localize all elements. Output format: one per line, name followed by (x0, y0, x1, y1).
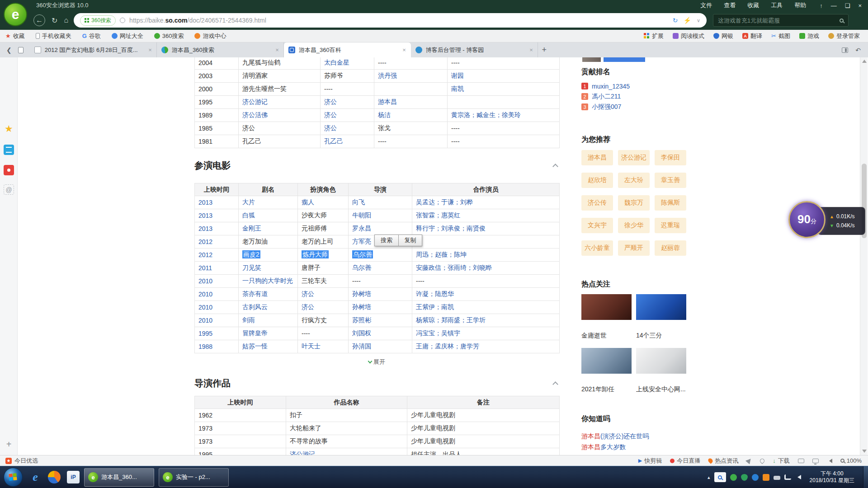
zoom-control[interactable]: 100% (840, 457, 862, 464)
hot-topic-item[interactable]: 金庸逝世 (581, 294, 632, 340)
close-tab-icon[interactable]: × (402, 47, 406, 53)
table-cell[interactable]: 孙清国 (349, 340, 412, 353)
recommend-tag[interactable]: 济公传 (581, 195, 613, 211)
hot-topic-image[interactable] (581, 348, 632, 374)
table-cell[interactable]: 金刚王 (239, 222, 298, 235)
table-cell[interactable]: 苏照彬 (349, 314, 412, 327)
collapse-icon[interactable] (552, 381, 558, 387)
table-cell[interactable]: 太白金星 (321, 57, 374, 70)
tray-expand-icon[interactable]: ▴ (708, 474, 710, 480)
popup-copy-button[interactable]: 复制 (398, 235, 422, 246)
live-button[interactable]: 今日直播 (670, 457, 700, 465)
table-cell[interactable]: 谢园 (448, 70, 560, 83)
table-cell[interactable]: 许凝；陆恩华 (412, 288, 560, 301)
recommend-tag[interactable]: 迟重瑞 (655, 218, 686, 233)
table-cell[interactable]: 济公 (298, 301, 349, 314)
collapse-icon[interactable] (552, 164, 558, 169)
taskbar-window-baike[interactable]: e游本昌_360... (84, 468, 154, 487)
download-button[interactable]: ↓下载 (773, 457, 790, 465)
table-cell[interactable]: 济公 (298, 288, 349, 301)
monitor-icon[interactable] (812, 459, 819, 463)
tab-baidu-movies[interactable]: 2012 国产玄幻电影 6月28日_百度...× (30, 42, 157, 57)
start-button[interactable] (4, 468, 23, 487)
search-icon[interactable] (840, 19, 844, 23)
table-cell[interactable]: 2013 (195, 209, 239, 222)
table-cell[interactable]: 2011 (195, 262, 239, 275)
table-cell[interactable]: 济公 (321, 96, 374, 109)
close-tab-icon[interactable]: × (275, 47, 279, 53)
menu-view[interactable]: 查看 (724, 1, 736, 9)
table-cell[interactable]: 张智霖；惠英红 (412, 209, 560, 222)
tray-360-icon[interactable] (730, 474, 737, 481)
toolbar-read-mode[interactable]: 阅读模式 (673, 32, 704, 40)
site-security-icon[interactable] (120, 18, 125, 23)
tab-blog-admin[interactable]: 博客后台管理 - 博客园× (411, 42, 538, 57)
hot-topic-item[interactable]: 上线安全中心网... (636, 348, 686, 394)
menu-help[interactable]: 帮助 (794, 1, 806, 9)
table-cell[interactable]: 南凯 (448, 83, 560, 96)
promo-search-input[interactable] (718, 17, 836, 24)
table-cell[interactable]: 孔乙己 (321, 135, 374, 148)
hot-topic-image[interactable] (636, 294, 686, 320)
hot-topic-item[interactable]: 14个三分 (636, 294, 686, 340)
tray-app-icon[interactable] (752, 474, 759, 481)
tab-360-baike-active[interactable]: 游本昌_360百科× (284, 42, 411, 57)
scroll-up-icon[interactable] (862, 60, 867, 63)
table-cell[interactable]: 杨紫琼；郑雨盛；王学圻 (412, 314, 560, 327)
toolbar-games[interactable]: 游戏 (799, 32, 819, 40)
table-cell[interactable]: 济公 (321, 122, 374, 135)
table-cell[interactable]: 罗永昌 (349, 222, 412, 235)
back-button[interactable]: ← (33, 14, 45, 26)
contributor-link[interactable]: 小抠强007 (592, 103, 621, 111)
table-cell[interactable]: 乌尔善 (349, 262, 412, 275)
hot-topic-item[interactable]: 2021年卸任 (581, 348, 632, 394)
recommend-tag[interactable]: 左大玢 (618, 173, 650, 188)
recommend-tag[interactable]: 章玉善 (655, 173, 686, 188)
vertical-scrollbar[interactable] (860, 57, 868, 455)
tray-security-icon[interactable] (741, 474, 748, 481)
side-panel-icon[interactable] (842, 47, 848, 53)
add-widget-icon[interactable]: + (4, 439, 14, 450)
hot-topic-image[interactable] (581, 294, 632, 320)
recommend-tag[interactable]: 六小龄童 (581, 240, 613, 256)
table-cell[interactable]: 2013 (195, 196, 239, 209)
speed-test-widget[interactable]: ▲0.01K/s ▼0.04K/s 90分 (788, 200, 868, 242)
recommend-tag[interactable]: 陈佩斯 (655, 195, 686, 211)
tab-scroll-left-icon[interactable]: ❮ (6, 47, 12, 54)
table-cell[interactable]: 安藤政信；张雨绮；刘晓晔 (412, 262, 560, 275)
table-cell[interactable]: 古刹风云 (239, 301, 298, 314)
at-widget-icon[interactable]: @ (4, 184, 14, 195)
scroll-down-icon[interactable] (862, 450, 867, 453)
ie-icon[interactable]: e (29, 471, 42, 483)
bookmark-favorites[interactable]: ★收藏 (5, 32, 25, 40)
table-cell[interactable]: 2013 (195, 222, 239, 235)
table-cell[interactable]: 刀见笑 (239, 262, 298, 275)
menu-favorites[interactable]: 收藏 (747, 1, 759, 9)
recommend-tag[interactable]: 严顺开 (618, 240, 650, 256)
close-tab-icon[interactable]: × (529, 47, 533, 53)
table-cell[interactable]: 济公游记 (286, 448, 407, 455)
table-cell[interactable]: 2010 (195, 288, 239, 301)
recommend-tag[interactable]: 魏宗万 (618, 195, 650, 211)
table-cell[interactable]: 一只狗的大学时光 (239, 275, 298, 288)
show-desktop-button[interactable] (863, 466, 868, 488)
table-cell[interactable]: 杨洁 (374, 109, 448, 122)
pin-icon[interactable] (759, 457, 765, 464)
reading-list-icon[interactable] (4, 145, 14, 155)
recommend-tag[interactable]: 文兴宇 (581, 218, 613, 233)
up-arrow-icon[interactable]: ↑ (820, 2, 823, 9)
ip-app-icon[interactable]: iP (67, 471, 80, 483)
quick-edit-button[interactable]: ▶快剪辑 (638, 457, 662, 465)
recommend-tag[interactable]: 济公游记 (618, 150, 650, 165)
table-cell[interactable]: 牛朝阳 (349, 209, 412, 222)
translate-page-icon[interactable]: ↻ (673, 17, 678, 24)
video-widget-icon[interactable] (4, 165, 14, 175)
table-cell[interactable]: 孙树培 (349, 288, 412, 301)
browser-logo-icon[interactable]: e (4, 3, 27, 26)
table-cell[interactable]: 释行宇；刘承俊；南贤俊 (412, 222, 560, 235)
volume-icon[interactable] (795, 475, 801, 479)
table-cell[interactable]: 1995 (195, 327, 239, 340)
desktop-search-widget[interactable] (714, 472, 726, 482)
table-cell[interactable]: 茶亦有道 (239, 288, 298, 301)
restore-tab-icon[interactable]: ↶ (855, 47, 861, 54)
